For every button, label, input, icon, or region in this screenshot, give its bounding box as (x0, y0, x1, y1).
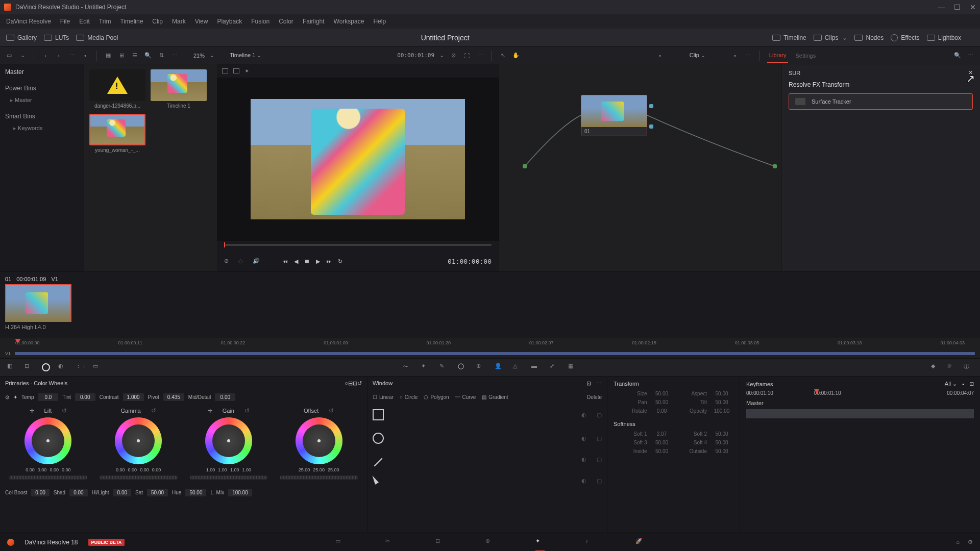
gain-reset-icon[interactable]: ↺ (244, 407, 250, 414)
settings-tab[interactable]: Settings (793, 48, 818, 63)
soft3-value[interactable]: 50.00 (650, 440, 674, 445)
warper-icon[interactable]: ✦ (421, 363, 430, 372)
nodes-button[interactable]: Nodes (854, 34, 884, 41)
offset-reset-icon[interactable]: ↺ (329, 407, 334, 414)
mute-icon[interactable]: 🔊 (253, 258, 260, 265)
master-bin[interactable]: Master (5, 68, 79, 76)
node-output-dot[interactable] (773, 164, 777, 168)
mid-value[interactable]: 0.00 (215, 393, 235, 401)
shape-invert2-icon[interactable]: ◐ (581, 435, 586, 442)
power-bins-header[interactable]: Power Bins (5, 85, 79, 92)
shad-value[interactable]: 0.00 (69, 489, 87, 496)
aspect-value[interactable]: 50.00 (710, 391, 733, 396)
sort-icon[interactable]: ⇅ (157, 52, 165, 60)
bypass-color-icon[interactable]: ⊘ (224, 258, 231, 265)
pivot-value[interactable]: 0.435 (163, 393, 184, 401)
menu-help[interactable]: Help (373, 18, 386, 25)
smart-bins-header[interactable]: Smart Bins (5, 113, 79, 120)
magic-icon[interactable]: ✦ (244, 68, 249, 74)
home-icon[interactable]: ⌂ (956, 539, 960, 545)
inside-value[interactable]: 50.00 (650, 448, 674, 454)
linear-tool[interactable]: ☐Linear (373, 394, 394, 400)
info-icon[interactable]: ⓘ (964, 363, 973, 372)
sat-value[interactable]: 50.00 (147, 489, 168, 496)
play-button[interactable]: ▶ (316, 258, 320, 265)
menu-file[interactable]: File (60, 18, 70, 25)
gamma-wheel[interactable] (115, 417, 162, 464)
shape-mask2-icon[interactable]: ▢ (597, 435, 602, 442)
gain-wheel[interactable] (205, 417, 252, 464)
luts-button[interactable]: LUTs (44, 34, 69, 41)
prev-frame-button[interactable]: ◀ (294, 258, 298, 265)
chevron-down-icon[interactable]: ⌄ (18, 52, 27, 60)
menu-fairlight[interactable]: Fairlight (303, 18, 325, 25)
gain-master-slider[interactable] (190, 475, 268, 480)
key-icon[interactable]: ▬ (531, 363, 541, 372)
tilt-value[interactable]: 50.00 (710, 399, 733, 405)
search-icon[interactable]: 🔍 (144, 52, 152, 60)
thumb-timeline[interactable]: Timeline 1 (151, 69, 207, 109)
clip-thumbnail[interactable] (5, 284, 71, 322)
dot3-icon[interactable]: • (731, 52, 739, 60)
more4-icon[interactable]: ⋯ (744, 52, 752, 60)
polygon-tool[interactable]: ⬠Polygon (424, 394, 449, 400)
v1-clip-bar[interactable] (15, 352, 975, 355)
shape-invert4-icon[interactable]: ◐ (581, 478, 586, 484)
viewer-mode2-icon[interactable] (233, 68, 239, 73)
expand-icon[interactable]: ⛶ (462, 52, 471, 60)
lightbox-button[interactable]: Lightbox (927, 34, 961, 41)
thumb-young-woman[interactable]: young_woman_-_... (89, 114, 145, 153)
blur-icon[interactable]: △ (513, 363, 522, 372)
stop-button[interactable]: ⏹ (304, 258, 310, 265)
gamma-reset-icon[interactable]: ↺ (151, 407, 156, 414)
outside-value[interactable]: 50.00 (710, 448, 733, 454)
size-value[interactable]: 50.00 (650, 391, 674, 396)
keyframe-mode-icon[interactable]: ◆ (931, 363, 940, 372)
contrast-value[interactable]: 1.000 (123, 393, 144, 401)
menu-mark[interactable]: Mark (172, 18, 186, 25)
corrector-node-01[interactable]: 01 (581, 95, 647, 136)
camera-raw-icon[interactable]: ◧ (7, 363, 16, 372)
effects-button[interactable]: Effects (891, 34, 919, 41)
search2-icon[interactable]: 🔍 (953, 52, 962, 60)
offset-wheel[interactable] (296, 417, 342, 464)
lmix-value[interactable]: 100.00 (228, 489, 252, 496)
soft1-value[interactable]: 2.07 (650, 431, 674, 437)
qualifier-icon[interactable]: ✎ (439, 363, 449, 372)
color-wheels-icon[interactable] (42, 363, 50, 371)
tracker-icon[interactable]: ⊕ (476, 363, 485, 372)
shape-mask-icon[interactable]: ▢ (597, 412, 602, 418)
options-icon[interactable]: ⋯ (968, 34, 974, 41)
hand-icon[interactable]: ✋ (512, 52, 520, 60)
mediapool-button[interactable]: Media Pool (76, 34, 118, 41)
more-icon[interactable]: ⋯ (68, 52, 76, 60)
lift-wheel[interactable] (24, 417, 71, 464)
menu-fusion[interactable]: Fusion (251, 18, 270, 25)
soft4-value[interactable]: 50.00 (710, 440, 733, 445)
opacity-value[interactable]: 100.00 (710, 408, 733, 414)
viewer-canvas[interactable] (217, 78, 499, 241)
lift-reset-icon[interactable]: ↺ (62, 407, 67, 414)
library-search-text[interactable]: SUR (789, 70, 800, 76)
clip-dropdown[interactable]: Clip ⌄ (690, 52, 705, 59)
circle-tool[interactable]: ○Circle (400, 394, 418, 400)
menu-trim[interactable]: Trim (99, 18, 111, 25)
more2-icon[interactable]: ⋯ (170, 52, 179, 60)
viewer-mode1-icon[interactable] (222, 68, 228, 73)
gradient-tool[interactable]: ▤Gradient (482, 394, 508, 400)
temp-value[interactable]: 0.0 (38, 393, 58, 401)
viewer-timecode[interactable]: 01:00:00:00 (448, 258, 492, 265)
hdr-icon[interactable]: ◐ (58, 363, 67, 372)
line-shape-button[interactable] (374, 458, 383, 466)
color-match-icon[interactable]: ⊡ (24, 363, 34, 372)
motion-icon[interactable]: ▭ (93, 363, 102, 372)
node-input-dot[interactable] (523, 164, 527, 168)
pointer-icon[interactable]: ↖ (499, 52, 507, 60)
power-bins-master[interactable]: Master (5, 97, 79, 104)
square-shape-button[interactable] (373, 409, 384, 420)
window-expand-icon[interactable]: ⊡ (586, 380, 591, 387)
wheels-mode-icon[interactable]: ○ (345, 380, 348, 386)
circle-shape-button[interactable] (373, 433, 384, 444)
fusion-page-icon[interactable]: ⊛ (485, 538, 495, 547)
menu-playback[interactable]: Playback (217, 18, 242, 25)
